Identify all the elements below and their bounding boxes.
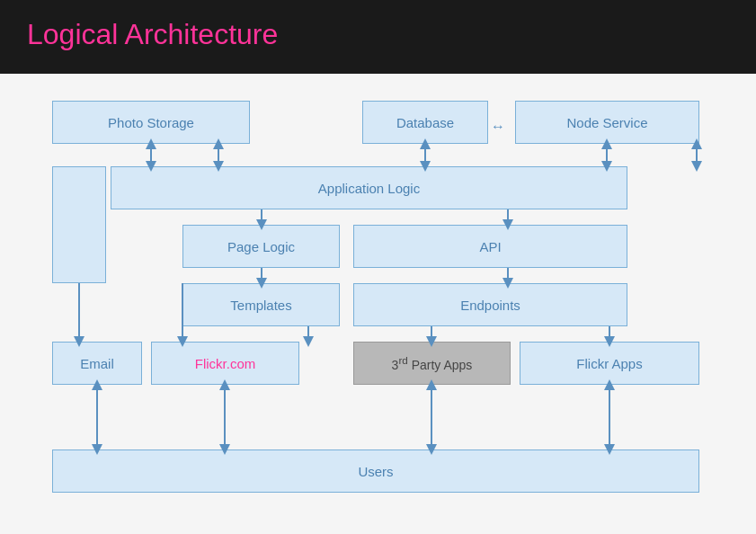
main-content: Photo Storage Database ↔ Node Service Ap…	[0, 74, 756, 534]
db-node-arrow: ↔	[491, 119, 505, 135]
page-logic-box: Page Logic	[182, 225, 340, 268]
tall-left-box	[52, 166, 106, 283]
templates-box: Templates	[182, 283, 340, 326]
node-service-box: Node Service	[515, 101, 699, 144]
email-box: Email	[52, 342, 142, 385]
api-box: API	[353, 225, 627, 268]
third-party-box: 3rd Party Apps	[353, 342, 511, 385]
endpoints-box: Endpoints	[353, 283, 627, 326]
database-box: Database	[362, 101, 488, 144]
application-logic-box: Application Logic	[111, 166, 627, 209]
header: Logical Architecture	[0, 0, 756, 74]
superscript: rd	[398, 354, 407, 366]
page-title: Logical Architecture	[27, 18, 729, 51]
flickr-apps-box: Flickr Apps	[520, 342, 699, 385]
photo-storage-box: Photo Storage	[52, 101, 250, 144]
flickr-com-box: Flickr.com	[151, 342, 299, 385]
diagram-container: Photo Storage Database ↔ Node Service Ap…	[43, 92, 713, 532]
users-box: Users	[52, 449, 699, 493]
